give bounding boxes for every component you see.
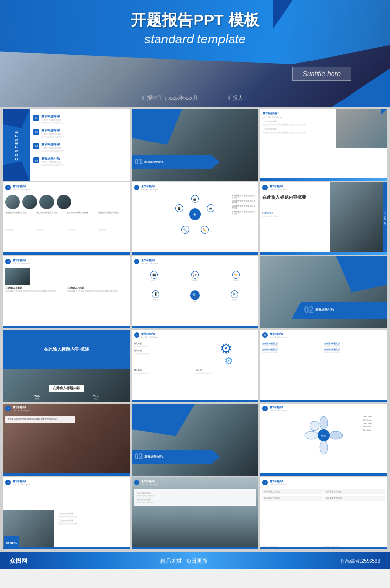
thumb-gears[interactable]: 01 量节标题内1 Use 'Title Only' Layout 输入标题 在… [132,330,259,402]
thumb-flow[interactable]: 01 量节标题内1 Use 'Title Only' Layout ⊕ 📷 💻 … [132,182,259,255]
t4-circle3 [39,195,54,209]
item-desc-3: 在此处加添加标题 [41,147,65,149]
t5-n1: 📷 [191,195,199,203]
t8-il6: 描述文字 [232,299,237,301]
hero-subtitle: standard template [144,32,246,47]
t12-col2: 点击添加标题文字 在此处输入文字内容描述 [324,342,385,347]
thumb-circles[interactable]: 01 量节标题内1 Use 'Title Only' Layout 在此处添加标… [3,182,130,255]
thumb-tall-building[interactable]: 01 量节标题内1 Use 'Title Only' Layout 【点击添加标… [132,477,259,549]
t8-icons-row2: 📱 描述文字 🔍 搜索 ⚙️ 描述文字 [132,290,259,303]
t7-col-right: 在此输入小标题 在此处输入关于此处组成的文字描述请在此处输入相关内容 [67,268,127,293]
slide-row-5: 01 量节标题内1 Use 'Title Only' Layout 在此处添加描… [1,404,389,477]
item-title-3: 量节标题内容1 [41,143,65,146]
thumb-creative[interactable]: CREATIVE 01 量节标题内1 Use 'Title Only' Layo… [260,182,387,255]
t15-l3: Title Content [363,423,385,425]
t6-title: 量节标题内1 [270,185,283,188]
t12-c2h: 点击添加标题文字 [324,342,385,345]
t11-br: 输入框 在此处输入内容描述文字 [196,369,256,374]
meta-time: 汇报时间：xxxx年xxx月 [141,94,198,101]
t8-il4: 描述文字 [153,299,158,301]
t11-gear1: ⚙ [220,342,232,356]
slide-row-2: 01 量节标题内1 Use 'Title Only' Layout 在此处添加标… [1,182,389,256]
t5-flow: ⊕ 📷 💻 ✏️ 🔍 📱 [176,195,214,234]
t8-il2: 描述文字 [192,279,198,281]
t5-n5: 📱 [176,204,183,212]
petal-top [320,416,328,430]
thumb-text-cols[interactable]: 01 量节标题内1 Use 'Title Only' Layout 在此输入小标… [3,256,130,328]
t7-sub1: 在此输入小标题 [5,287,65,289]
item-text-3: 量节标题内容1 在此处加添加标题 在此处加添加标题描述文字 [41,143,65,152]
t6-headline: 在此输入标题内容概要 [262,195,326,201]
meta-person: 汇报人： [227,94,249,101]
thumb-chapter01[interactable]: 01 章节标题内容1 [132,109,259,181]
t15-subtitle: Use 'Title Only' Layout [270,410,287,412]
thumb-text-layout[interactable]: 量节标题内容1 Use 'Title Only' Layout 【点击添加标题】… [260,109,387,181]
t18-cell1: 输入标题 文字描述 [262,489,323,494]
t4-circles-row [5,195,128,209]
t16-badge: 01 [5,480,11,485]
t4-g3: 在此处添加标题文字描述 [67,212,97,214]
t17-tb1: 【点击添加标题】 [136,492,254,494]
t10-stat1: Title 描述 [34,395,40,400]
t18-content: 输入标题 文字描述 输入标题 文字描述 输入标题 文字描述 输入标题 文字描述 [262,489,385,501]
t15-num: 01 [262,406,268,411]
t15-list: Title Content Title Content Title Conten… [363,416,385,431]
t12-col4: 点击添加标题文字 在此处输入文字内容描述 [324,348,385,353]
thumb-chapter03[interactable]: 03 章节标题内容3 [132,404,259,476]
t8-num: 01 [134,259,139,264]
t16-text1: 【点击添加标题】 [58,512,128,515]
thumb-table[interactable]: 01 量节标题内1 Use 'Title Only' Layout 输入标题 文… [260,477,387,549]
t7-bottom [3,326,130,328]
t6-feat-label: FEATURES [262,212,326,214]
t18-bg2: 在此输入文字描述内容 [324,545,385,547]
item-num-4: 04 [33,157,39,163]
thumb-petal[interactable]: 01 量节标题内1 Use 'Title Only' Layout 中心 [260,404,387,476]
thumb-data-list[interactable]: 01 量节标题内1 Use 'Title Only' Layout 点击添加标题… [260,330,387,402]
t18-num: 01 [262,480,268,485]
t11-bl: 输入标题 在此处输入内容描述文字 [134,369,194,374]
t17-tbd2: 在此输入相关文字描述内容 [136,501,254,503]
content-item-3: 03 量节标题内容1 在此处加添加标题 在此处加添加标题描述文字 [33,143,129,152]
t5-center: ⊕ [189,208,201,220]
t16-fashion-text: FASHION [6,542,17,545]
t5-r2: 添加描述文字 在此处输入文字内容 [232,200,256,204]
t10-sub-box: 在此输入标题内容 [49,385,84,392]
slide-row-3: 01 量节标题内1 Use 'Title Only' Layout 在此输入小标… [1,256,389,330]
subtitle-box: Subtitle here [292,67,351,81]
thumb-hand-phone[interactable]: 01 量节标题内1 Use 'Title Only' Layout 在此处添加描… [3,404,130,476]
t13-text-box: 在此处添加描述文字内容请在此处输入相关文字内容描述 [5,416,75,423]
thumb3-img [336,109,387,148]
t18-bottom-grid: 在此输入文字描述内容 在此输入文字描述内容 [262,545,385,547]
t6-subtitle: Use 'Title Only' Layout [270,189,287,191]
thumb-chapter02[interactable]: 02 章节标题内容2 [260,256,387,328]
t10-s1l: 描述 [34,398,40,400]
slide-row-6: 01 量节标题内1 Use 'Title Only' Layout FASHIO… [1,477,389,551]
item-desc-1: 在此处加添加标题 [41,119,65,121]
item-desc-4: 在此处加添加标题 [41,161,65,163]
thumb-big-text[interactable]: 在此输入标题内容·概述 在此输入标题内容 Title 描述 Title 描述 [3,330,130,402]
t4-g23: 文字描述内容 [67,229,97,231]
thumb-search[interactable]: 01 量节标题内1 Use 'Title Only' Layout 📷 描述文字… [132,256,259,328]
t15-l2: Title Content [363,419,385,421]
t15-petal: 中心 [304,416,343,455]
item-subdesc-1: 在此处加添加标题描述文字 [41,122,65,124]
petal-svg: 中心 [304,416,343,455]
t13-badge: 01 [5,406,11,411]
t17-bg [132,477,259,549]
t4-subtitle: Use 'Title Only' Layout [13,189,30,191]
t9-num: 02 [304,305,314,315]
meta-bar: 汇报时间：xxxx年xxx月 汇报人： [0,94,390,101]
t16-text2: 【点击添加标题】 [58,519,128,522]
t11-gear2: ⚙ [224,356,233,365]
t16-desc2: 在此处输入相关文字内容描述 [58,523,128,525]
t5-r4: 添加描述文字 在此处输入文字内容 [232,211,256,215]
t14-chapter-banner: 03 章节标题内容3 [132,450,220,464]
hero-title: 开题报告PPT 模板 [131,10,259,31]
t6-vertical-bar: CREATIVE [383,182,387,255]
t18-bg1: 在此输入文字描述内容 [262,545,323,547]
t16-num: 01 [5,480,11,485]
t13-text: 在此处添加描述文字内容请在此处输入相关文字内容描述 [8,418,73,421]
thumb-fashion[interactable]: 01 量节标题内1 Use 'Title Only' Layout FASHIO… [3,477,130,549]
thumb3-text: 量节标题内容1 Use 'Title Only' Layout 【点击添加标题】… [260,109,336,138]
thumb-contents[interactable]: CONTENTS 01 量节标题内容1 在此处加添加标题 在此处加添加标题描述文… [3,109,130,181]
